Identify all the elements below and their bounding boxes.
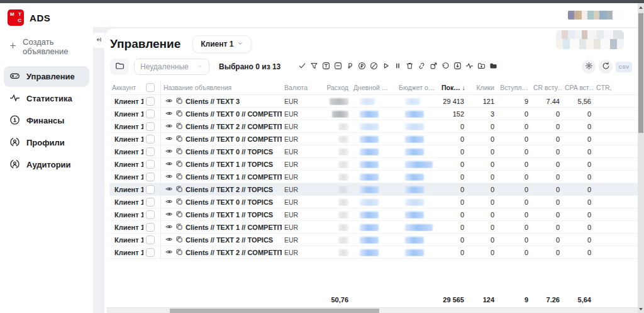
eye-icon[interactable] (165, 173, 173, 181)
refresh-button[interactable] (599, 60, 613, 74)
row-checkbox[interactable] (146, 210, 155, 219)
eye-icon[interactable] (165, 210, 173, 219)
row-checkbox[interactable] (146, 248, 155, 257)
table-row[interactable]: Клиент 1Clients // TEXT 1 // COMPETITORS… (109, 221, 638, 234)
eye-icon[interactable] (165, 135, 173, 144)
col-header-account[interactable]: Аккаунт (109, 84, 143, 91)
doc-copy-icon[interactable] (175, 223, 183, 232)
create-ad-button[interactable]: Создать объявление (0, 30, 93, 62)
scroll-down-arrow[interactable] (639, 308, 643, 310)
check-button[interactable] (297, 60, 308, 73)
folder-button[interactable] (110, 59, 129, 75)
doc-copy-icon[interactable] (175, 135, 183, 144)
filter-button[interactable] (309, 60, 319, 73)
table-row[interactable]: Клиент 1Clients // TEXT 2 // TOPICSEUR00… (109, 234, 638, 246)
table-row[interactable]: Клиент 1Clients // TEXT 1 // TOPICSEUR00… (109, 158, 638, 171)
table-row[interactable]: Клиент 1Clients // TEXT 0 // COMPETITORS… (109, 108, 638, 120)
row-checkbox[interactable] (146, 160, 155, 169)
row-checkbox[interactable] (146, 97, 155, 106)
col-header-name[interactable]: Название объявления (161, 84, 282, 91)
table-row[interactable]: Клиент 1Clients // TEXT 2 // TOPICSEUR00… (109, 183, 638, 196)
ruble-price-button[interactable] (345, 60, 355, 73)
trash-button[interactable] (404, 60, 415, 73)
col-header-clicks[interactable]: Клики (467, 84, 497, 91)
vertical-scrollbar-thumb[interactable] (638, 13, 643, 133)
eye-icon[interactable] (165, 223, 173, 232)
row-checkbox[interactable] (146, 236, 155, 244)
col-header-ctr[interactable]: CTR, (594, 84, 628, 91)
pause-button[interactable] (392, 60, 403, 73)
doc-copy-icon[interactable] (175, 173, 183, 181)
col-header-currency[interactable]: Валюта (282, 84, 318, 91)
eye-icon[interactable] (165, 236, 173, 244)
client-selector[interactable]: Клиент 1 (192, 35, 252, 53)
horizontal-scrollbar[interactable] (107, 307, 638, 313)
row-checkbox[interactable] (146, 147, 155, 156)
share-button[interactable] (428, 60, 439, 73)
bid-circle-button[interactable] (357, 60, 367, 73)
text-description-button[interactable] (333, 60, 343, 73)
row-checkbox[interactable] (146, 122, 155, 131)
vertical-scrollbar[interactable] (638, 3, 644, 313)
doc-copy-icon[interactable] (175, 147, 183, 156)
activity-button[interactable] (464, 60, 475, 73)
collapse-sidebar-button[interactable] (93, 33, 104, 48)
scroll-up-arrow[interactable] (639, 6, 643, 9)
brand-logo[interactable]: М Т С ADS (0, 3, 93, 30)
eye-icon[interactable] (165, 248, 173, 257)
col-header-joins[interactable]: Вступл… (497, 84, 531, 91)
eye-icon[interactable] (165, 110, 173, 118)
limit-circle-button[interactable] (369, 60, 379, 73)
eye-icon[interactable] (165, 198, 173, 207)
link-button[interactable] (416, 60, 427, 73)
col-header-budget[interactable]: Бюджет о… (396, 84, 439, 91)
eye-icon[interactable] (165, 147, 173, 156)
play-button[interactable] (380, 60, 391, 73)
row-checkbox[interactable] (146, 223, 155, 232)
folder-move-button[interactable] (476, 60, 487, 73)
sidebar-item-gamepad[interactable]: Управление (4, 66, 89, 87)
eye-icon[interactable] (165, 160, 173, 169)
doc-copy-icon[interactable] (175, 236, 183, 244)
text-title-button[interactable] (321, 60, 331, 73)
eye-icon[interactable] (165, 97, 173, 106)
eye-icon[interactable] (165, 185, 173, 194)
eye-icon[interactable] (165, 122, 173, 131)
sidebar-item-activity[interactable]: Статистика (4, 88, 89, 109)
col-header-impressions[interactable]: Пок…↓ (439, 84, 467, 91)
col-header-cpa[interactable]: CPA вст… (562, 84, 594, 91)
table-row[interactable]: Клиент 1Clients // TEXT 1 // TOPICSEUR00… (109, 208, 638, 221)
table-row[interactable]: Клиент 1Clients // TEXT 0 // TOPICSEUR00… (109, 196, 638, 208)
doc-copy-icon[interactable] (175, 248, 183, 257)
doc-copy-icon[interactable] (175, 122, 183, 131)
table-row[interactable]: Клиент 1Clients // TEXT 1 // COMPETITORS… (109, 171, 638, 183)
horizontal-scrollbar-thumb[interactable] (170, 309, 379, 313)
row-checkbox[interactable] (146, 198, 155, 207)
doc-copy-icon[interactable] (175, 198, 183, 207)
doc-copy-icon[interactable] (175, 160, 183, 169)
doc-copy-icon[interactable] (175, 97, 183, 106)
row-checkbox[interactable] (146, 173, 155, 181)
folder-filled-button[interactable] (488, 60, 499, 73)
select-all-checkbox[interactable] (146, 83, 155, 92)
settings-gear-button[interactable] (582, 60, 596, 74)
sidebar-item-profile[interactable]: Профили (4, 132, 89, 153)
row-checkbox[interactable] (146, 135, 155, 144)
col-header-daily[interactable]: Дневной … (351, 84, 396, 91)
doc-copy-icon[interactable] (175, 210, 183, 219)
status-filter-select[interactable]: Неудаленные (134, 59, 209, 75)
row-checkbox[interactable] (146, 185, 155, 194)
doc-copy-icon[interactable] (175, 110, 183, 118)
sidebar-item-coin[interactable]: Финансы (4, 110, 89, 131)
sidebar-item-audience[interactable]: Аудитории (4, 154, 89, 175)
csv-export-button[interactable]: CSV (616, 62, 632, 72)
table-row[interactable]: Клиент 1Clients // TEXT 0 // TOPICSEUR00… (109, 145, 638, 158)
history-button[interactable] (440, 60, 451, 73)
table-row[interactable]: Клиент 1Clients // TEXT 2 // COMPETITORS… (109, 120, 638, 133)
doc-copy-icon[interactable] (175, 185, 183, 194)
row-checkbox[interactable] (146, 110, 155, 118)
col-header-cr[interactable]: CR всту… (531, 84, 562, 91)
table-row[interactable]: Клиент 1Clients // TEXT 2 // COMPETITORS… (109, 246, 638, 259)
download-button[interactable] (452, 60, 463, 73)
col-header-spend[interactable]: Расход (318, 84, 351, 91)
